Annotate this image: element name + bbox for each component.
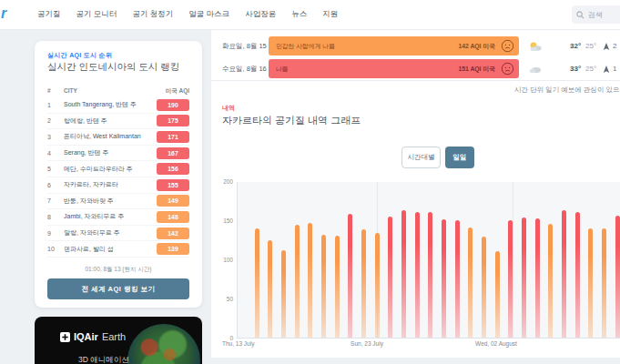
nav-item[interactable]: 공기 청정기: [132, 9, 173, 20]
wind-speed: 1: [613, 65, 616, 73]
temp-high: 32°: [570, 42, 581, 50]
city-name: 폰티아낙, West Kalimantan: [64, 132, 157, 141]
chart-bar: [415, 212, 420, 338]
city-name: Jambi, 자와티무르 주: [64, 212, 157, 221]
aqi-badge: 190: [157, 99, 189, 111]
section-divider: [211, 80, 620, 81]
iqair-earth-logo: IQAir Earth: [60, 331, 126, 342]
nav-item[interactable]: 지원: [322, 9, 338, 20]
gridline: [513, 182, 513, 338]
ranking-row[interactable]: 10덴파사르, 발리 섬139: [47, 241, 189, 258]
col-city: CITY: [64, 87, 166, 96]
rank-number: 3: [47, 134, 64, 140]
ranking-eyebrow-link[interactable]: 실시간 AQI 도시 순위: [47, 51, 112, 60]
partly-sunny-icon: [526, 40, 544, 53]
forecast-day: 수요일, 8월 16: [222, 65, 268, 74]
face-mask-icon: [501, 62, 514, 76]
search-icon: [576, 11, 584, 19]
chart-bar: [562, 210, 566, 338]
ranking-row[interactable]: 7반둥, 자와바랏 주149: [47, 194, 189, 210]
chart-bar: [295, 225, 300, 338]
col-aqi: 미국 AQI: [166, 87, 189, 96]
y-tick-label: 200: [213, 178, 233, 185]
chart-bar: [522, 217, 526, 338]
iqair-logo-fragment[interactable]: r: [1, 5, 6, 22]
nav-item[interactable]: 사업장용: [245, 9, 276, 20]
wind-direction-icon: [603, 43, 610, 50]
ranking-row[interactable]: 6자카르타, 자카르타155: [47, 177, 189, 194]
forecast-aqi-value: 151 AQI 미국: [458, 65, 495, 74]
earth-caption: 3D 애니메이션: [78, 355, 129, 364]
toggle-daily-button[interactable]: 일일: [445, 147, 474, 168]
aqi-badge: 142: [157, 228, 189, 239]
earth-globe-image: [127, 324, 200, 364]
rank-number: 10: [47, 246, 64, 252]
ranking-updated-time: 01:00, 8월 13 (현지 시간): [35, 266, 202, 274]
chart-bar: [508, 220, 513, 338]
nav-item[interactable]: 얼굴 마스크: [188, 9, 229, 20]
ranking-row[interactable]: 3폰티아낙, West Kalimantan171: [47, 129, 189, 146]
rank-number: 8: [47, 214, 64, 220]
chart-bar: [375, 233, 380, 338]
city-name: Serang, 반텐 주: [64, 148, 157, 157]
rank-number: 9: [47, 230, 64, 237]
chart-bar: [615, 216, 620, 338]
chart-bar: [308, 223, 312, 338]
chart-bar: [401, 210, 406, 338]
chart-bar: [482, 237, 486, 338]
world-aqi-ranking-button[interactable]: 전 세계 AQI 랭킹 보기: [47, 278, 189, 299]
forecast-condition: 나쁨: [276, 65, 289, 74]
nav-item[interactable]: 공기 모니터: [76, 9, 117, 20]
chart-bar: [335, 236, 340, 338]
forecast-day: 화요일, 8월 15: [222, 42, 268, 51]
chart-bar: [388, 217, 392, 338]
city-name: 탕에랑, 반텐 주: [64, 116, 157, 126]
city-name: South Tangerang, 반텐 주: [64, 100, 157, 109]
nav-item[interactable]: 뉴스: [291, 9, 307, 20]
y-tick-label: 100: [213, 257, 233, 263]
forecast-aqi-value: 142 AQI 미국: [458, 42, 495, 51]
forecast-aqi-bar[interactable]: 민감한 사람에게 나쁨 142 AQI 미국: [269, 36, 519, 56]
earth-brand-text: IQAir: [74, 331, 98, 342]
cloudy-icon: [526, 64, 544, 75]
chart-bar: [548, 224, 553, 338]
aqi-badge: 148: [157, 211, 189, 223]
rank-number: 6: [47, 182, 64, 188]
city-name: 말랑, 자와티무르 주: [64, 228, 157, 238]
rank-number: 1: [47, 102, 64, 108]
toggle-hourly-button[interactable]: 시간대별: [401, 147, 441, 168]
chart-bar: [348, 214, 352, 338]
search-input[interactable]: [588, 11, 620, 19]
city-ranking-card: 실시간 AQI 도시 순위 실시간 인도네시아의 도시 랭킹 # CITY 미국…: [35, 41, 202, 308]
iqair-earth-banner[interactable]: IQAir Earth 3D 애니메이션: [35, 317, 202, 364]
ranking-table-header: # CITY 미국 AQI: [47, 87, 189, 96]
ranking-rows: 1South Tangerang, 반텐 주1902탕에랑, 반텐 주1753폰…: [47, 97, 189, 258]
ranking-row[interactable]: 9말랑, 자와티무르 주142: [47, 226, 189, 242]
rank-number: 2: [47, 117, 64, 124]
ranking-row[interactable]: 8Jambi, 자와티무르 주148: [47, 209, 189, 226]
col-rank: #: [47, 87, 64, 96]
aqi-badge: 167: [157, 147, 189, 159]
city-name: 자카르타, 자카르타: [64, 180, 157, 189]
temp-high: 33°: [570, 65, 581, 73]
ranking-row[interactable]: 4Serang, 반텐 주167: [47, 146, 189, 162]
chart-bar: [255, 228, 259, 338]
hourly-forecast-hint: 시간 단위 일기 예보에 관심이 있으신: [514, 86, 620, 95]
ranking-row[interactable]: 2탕에랑, 반텐 주175: [47, 114, 189, 130]
wind-direction-icon: [603, 66, 610, 73]
chart-bar: [428, 212, 432, 338]
ranking-row[interactable]: 1South Tangerang, 반텐 주190: [47, 97, 189, 114]
rank-number: 7: [47, 197, 64, 204]
chart-bar: [468, 228, 473, 338]
wind-speed: 2: [613, 42, 616, 50]
forecast-aqi-bar[interactable]: 나쁨 151 AQI 미국: [269, 59, 519, 78]
forecast-condition: 민감한 사람에게 나쁨: [276, 42, 335, 51]
nav-item[interactable]: 공기질: [37, 9, 61, 20]
search-box[interactable]: [572, 5, 620, 24]
header-nav: 공기질공기 모니터공기 청정기얼굴 마스크사업장용뉴스지원: [37, 0, 338, 29]
chart-bar: [602, 228, 606, 338]
chart-bar: [535, 218, 540, 338]
ranking-row[interactable]: 5메단, 수마트라우타라 주156: [47, 161, 189, 177]
rank-number: 4: [47, 150, 64, 157]
top-header: r 공기질공기 모니터공기 청정기얼굴 마스크사업장용뉴스지원: [0, 0, 620, 30]
